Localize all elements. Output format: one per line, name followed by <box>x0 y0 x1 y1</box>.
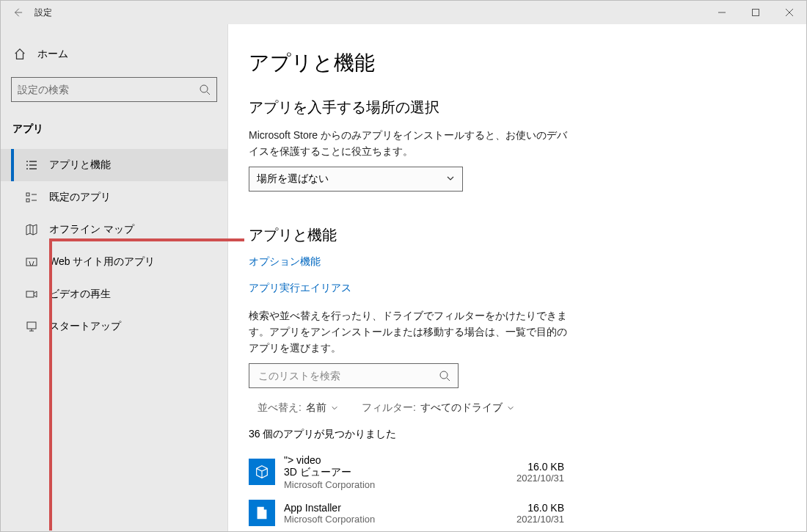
window-controls <box>705 1 806 24</box>
window-title: 設定 <box>34 7 52 19</box>
back-button[interactable] <box>1 1 34 24</box>
home-icon <box>12 48 27 61</box>
sidebar-item-apps-features[interactable]: アプリと機能 <box>1 149 227 181</box>
apps-list-icon <box>24 159 39 171</box>
app-row[interactable]: "> video 3D ビューアー Microsoft Corporation … <box>249 451 564 492</box>
map-icon <box>24 224 39 236</box>
sort-label: 並べ替え: <box>258 401 302 415</box>
svg-rect-5 <box>26 291 34 297</box>
defaults-icon <box>24 192 39 203</box>
app-name: App Installer <box>284 502 516 514</box>
sidebar-item-website-apps[interactable]: Web サイト用のアプリ <box>1 246 227 278</box>
sort-value: 名前 <box>306 401 326 415</box>
apps-heading: アプリと機能 <box>249 225 786 245</box>
app-size: 16.0 KB <box>516 502 564 514</box>
app-installer-icon <box>249 500 275 526</box>
app-count: 36 個のアプリが見つかりました <box>249 428 786 441</box>
app-name: 3D ビューアー <box>284 466 516 479</box>
video-icon <box>24 288 39 300</box>
website-apps-icon <box>24 256 39 268</box>
startup-icon <box>24 321 39 332</box>
list-description: 検索や並べ替えを行ったり、ドライブでフィルターをかけたりできます。アプリをアンイ… <box>249 308 572 356</box>
app-row[interactable]: App Installer Microsoft Corporation 16.0… <box>249 492 564 531</box>
source-description: Microsoft Store からのみアプリをインストールすると、お使いのデバ… <box>249 128 572 159</box>
settings-search-input[interactable] <box>12 84 193 95</box>
home-button[interactable]: ホーム <box>1 42 227 67</box>
page-title: アプリと機能 <box>249 49 786 77</box>
svg-point-7 <box>440 371 448 379</box>
titlebar: 設定 <box>1 1 806 24</box>
sidebar: ホーム アプリ アプリと機能 既定の <box>1 24 228 531</box>
home-label: ホーム <box>37 48 68 61</box>
sidebar-item-label: ビデオの再生 <box>49 288 111 301</box>
sidebar-item-startup[interactable]: スタートアップ <box>1 310 227 343</box>
app-aliases-link[interactable]: アプリ実行エイリアス <box>249 282 786 295</box>
optional-features-link[interactable]: オプション機能 <box>249 255 786 269</box>
sort-control[interactable]: 並べ替え: 名前 <box>258 401 338 415</box>
sidebar-item-offline-maps[interactable]: オフライン マップ <box>1 214 227 246</box>
app-date: 2021/10/31 <box>516 473 564 484</box>
source-heading: アプリを入手する場所の選択 <box>249 98 786 117</box>
sidebar-section-heading: アプリ <box>1 117 227 142</box>
close-icon <box>786 9 793 16</box>
svg-point-1 <box>200 85 208 92</box>
3d-viewer-icon <box>249 459 275 485</box>
main-panel: アプリと機能 アプリを入手する場所の選択 Microsoft Store からの… <box>228 24 806 531</box>
svg-rect-4 <box>26 258 37 266</box>
sidebar-item-label: Web サイト用のアプリ <box>49 255 155 269</box>
sidebar-item-video-playback[interactable]: ビデオの再生 <box>1 278 227 310</box>
selection-indicator <box>11 149 14 181</box>
sidebar-item-label: オフライン マップ <box>49 223 134 236</box>
close-button[interactable] <box>773 1 806 24</box>
maximize-button[interactable] <box>739 1 773 24</box>
sidebar-item-default-apps[interactable]: 既定のアプリ <box>1 181 227 214</box>
filter-control[interactable]: フィルター: すべてのドライブ <box>362 401 514 415</box>
settings-search[interactable] <box>11 77 217 102</box>
chevron-down-icon <box>446 173 455 185</box>
svg-rect-0 <box>753 10 759 16</box>
source-select[interactable]: 場所を選ばない <box>249 167 463 192</box>
sidebar-item-label: 既定のアプリ <box>49 191 111 204</box>
chevron-down-icon <box>331 402 338 414</box>
svg-rect-3 <box>26 199 29 202</box>
minimize-icon <box>718 9 726 16</box>
search-icon <box>193 84 216 95</box>
app-date: 2021/10/31 <box>516 514 564 525</box>
svg-rect-6 <box>27 322 36 329</box>
search-icon <box>434 370 455 382</box>
maximize-icon <box>752 9 759 16</box>
sort-filter-row: 並べ替え: 名前 フィルター: すべてのドライブ <box>258 401 786 415</box>
sidebar-item-label: アプリと機能 <box>49 158 111 172</box>
app-list-search[interactable] <box>249 363 459 388</box>
arrow-left-icon <box>12 7 23 18</box>
svg-rect-2 <box>26 193 29 196</box>
app-list-search-input[interactable] <box>257 369 434 382</box>
app-size: 16.0 KB <box>516 461 564 473</box>
chevron-down-icon <box>507 402 514 414</box>
sidebar-item-label: スタートアップ <box>49 320 121 333</box>
source-select-value: 場所を選ばない <box>257 172 329 186</box>
app-publisher: Microsoft Corporation <box>284 514 516 525</box>
minimize-button[interactable] <box>705 1 739 24</box>
filter-label: フィルター: <box>362 401 416 415</box>
settings-window: 設定 ホーム <box>0 0 807 532</box>
app-publisher: Microsoft Corporation <box>284 479 516 490</box>
filter-value: すべてのドライブ <box>420 401 503 415</box>
